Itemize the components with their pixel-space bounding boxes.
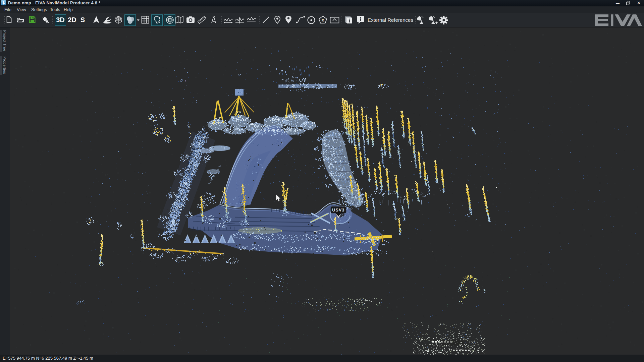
svg-text:x: x	[322, 18, 324, 22]
svg-text:USV3: USV3	[332, 208, 344, 213]
